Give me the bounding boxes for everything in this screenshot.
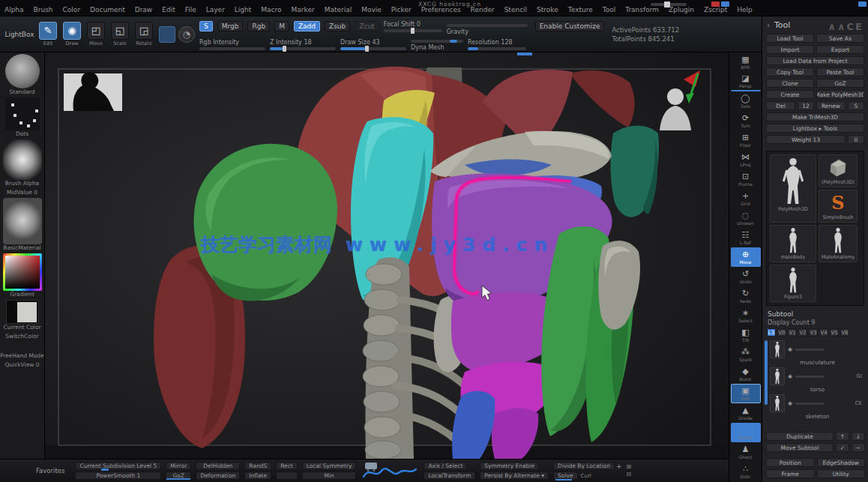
bottom-button[interactable]: Local Symmetry <box>302 462 357 470</box>
shelf-icon-button[interactable]: ⋈ LProj <box>731 150 761 169</box>
lod-button[interactable]: V0 <box>777 328 786 337</box>
lod-button[interactable]: V4 <box>819 328 828 337</box>
sculpt-mode-button[interactable]: Zcut <box>355 21 379 31</box>
lightbox-tools-button[interactable]: Lightbox ▸ Tools <box>766 124 864 133</box>
subtool-section-title[interactable]: Subtool <box>768 310 863 318</box>
shelf-icon-button[interactable]: + Grid <box>731 189 761 208</box>
swirl-icon[interactable]: ◔ <box>178 26 195 43</box>
stroke-chip[interactable]: S <box>199 21 213 31</box>
alpha-thumbnail[interactable] <box>3 139 42 180</box>
shelf-icon-button[interactable]: ◯ Solo <box>731 91 761 111</box>
create-button[interactable]: Create <box>766 90 814 99</box>
import-button[interactable]: Import <box>766 45 814 54</box>
brush-thumbnail[interactable] <box>5 54 40 88</box>
menu-item[interactable]: Macro <box>261 6 281 13</box>
subtool-item[interactable]: ◉ CE skeleton <box>770 394 865 420</box>
load-tool-button[interactable]: Load Tool <box>766 34 814 43</box>
switch-color-button[interactable]: SwitchColor <box>5 334 38 340</box>
bottom-button[interactable]: PowerSmooth 1 <box>75 472 161 480</box>
quickview-label[interactable]: QuickView 0 <box>4 362 39 368</box>
shelf-icon-button[interactable]: ♟ Ghost <box>731 442 761 462</box>
bottom-button[interactable]: Current Subdivision Level 5 <box>75 462 161 470</box>
resolution-slider[interactable]: Resolution 128 <box>468 39 526 50</box>
focal-shift-slider[interactable]: Focal Shift 0 <box>384 21 442 32</box>
menu-item[interactable]: Tool <box>603 6 615 13</box>
duplicate-button[interactable]: Duplicate <box>766 432 834 441</box>
menu-item[interactable]: Stroke <box>537 6 558 13</box>
bottom-button[interactable]: Solve <box>553 472 578 480</box>
bottom-button[interactable]: DelHidden <box>196 462 240 470</box>
bottom-button[interactable]: Rect <box>276 462 298 470</box>
subtool-thumbnail[interactable] <box>770 340 785 358</box>
menu-item[interactable]: Document <box>90 6 125 13</box>
enable-customize-button[interactable]: Enable Customize <box>535 21 605 31</box>
transform-button[interactable]: ◉ Draw <box>61 22 83 46</box>
shelf-icon-button[interactable]: ⊕ Move <box>731 247 761 267</box>
menu-item[interactable]: Material <box>325 6 352 13</box>
rgb-intensity-slider[interactable]: Rgb Intensity <box>199 39 265 50</box>
weight-slider[interactable]: Weight 13 <box>766 135 846 144</box>
paint-mode-button[interactable]: M <box>274 21 289 31</box>
transform-button[interactable]: ✎ Edit <box>37 22 59 46</box>
menu-item[interactable]: Alpha <box>4 6 24 13</box>
edgeshadow-button[interactable]: EdgeShadow <box>817 458 866 467</box>
subtool-item[interactable]: ◉ GI torso <box>770 367 865 393</box>
menu-item[interactable]: Zscript <box>704 6 727 13</box>
transform-button[interactable]: ◲ Rotate <box>133 22 155 46</box>
sculpt-mode-button[interactable]: Zadd <box>294 21 320 31</box>
favorites-label[interactable]: Favorites <box>36 467 64 475</box>
bottom-button[interactable]: LocalTransform <box>424 472 475 480</box>
bottom-button[interactable] <box>276 472 298 480</box>
corner-icon[interactable]: ⊞ <box>627 463 632 471</box>
menu-item[interactable]: Texture <box>568 6 593 13</box>
bottom-button[interactable]: Axis / Select <box>424 462 467 470</box>
lod-button[interactable]: V5 <box>830 328 839 337</box>
reference-thumbnail[interactable] <box>64 72 122 111</box>
tool-inventory-item[interactable]: S MaleAnatomy <box>819 225 858 262</box>
tool-inventory-item[interactable]: S SimpleBrush <box>819 190 858 223</box>
clone-button[interactable]: Clone <box>766 79 814 88</box>
material-thumbnail[interactable] <box>3 198 42 244</box>
shelf-icon-button[interactable]: ↺ Undo <box>731 267 761 286</box>
make-polymesh3d-button[interactable]: Make PolyMesh3D <box>816 90 864 99</box>
corner-icon[interactable]: ⊟ <box>627 471 632 478</box>
menu-item[interactable]: Layer <box>206 6 225 13</box>
menu-item[interactable]: Draw <box>135 6 153 13</box>
window-record-button[interactable] <box>711 1 720 7</box>
lightbox-button[interactable]: LightBox <box>3 31 36 38</box>
subtool-item[interactable]: ◉ musculature <box>770 340 865 366</box>
shelf-icon-button[interactable]: ⁂ Spark <box>731 345 761 364</box>
sculpt-mode-button[interactable]: Zsub <box>325 21 350 31</box>
visibility-eye-icon[interactable]: ◉ <box>788 400 792 406</box>
color-swatch[interactable] <box>6 300 39 324</box>
freehand-mode-label[interactable]: FreeHand Mode <box>0 353 43 359</box>
move-down-icon[interactable]: ↓ <box>852 432 865 441</box>
make-trimesh-button[interactable]: Make TriMesh3D <box>766 112 864 121</box>
visibility-eye-icon[interactable]: ◉ <box>788 373 792 379</box>
plus-icon[interactable]: + <box>616 463 622 470</box>
bottom-button[interactable]: Mirror <box>166 462 191 470</box>
position-button[interactable]: Position <box>766 458 815 467</box>
shelf-icon-button[interactable]: ▣ Edit <box>731 384 761 403</box>
menu-item[interactable]: Color <box>63 6 81 13</box>
shelf-icon-button[interactable]: ◧ Tilt <box>731 325 761 345</box>
load-data-project-button[interactable]: Load Data from Project <box>766 56 864 65</box>
visibility-eye-icon[interactable]: ◉ <box>788 346 792 352</box>
bottom-button[interactable]: GoZ <box>166 472 191 480</box>
titlebar-slider[interactable] <box>651 3 687 6</box>
curve-icon[interactable]: ~ <box>852 443 865 452</box>
bottom-button[interactable]: Deformation <box>196 472 240 480</box>
export-button[interactable]: Export <box>816 45 864 54</box>
renew-button[interactable]: Renew <box>816 101 846 110</box>
tool-inventory-item[interactable]: S Figure3 <box>770 265 816 302</box>
shelf-icon-button[interactable]: ∴ Dots <box>731 462 761 481</box>
lod-button[interactable]: V1 <box>788 328 797 337</box>
bottom-button[interactable]: Symmetry Enable <box>480 462 539 470</box>
shelf-icon-button[interactable]: ∗ Select <box>731 306 761 325</box>
utility-button[interactable]: Utility <box>817 469 866 478</box>
bottom-button[interactable]: Persist By Alternate ▾ <box>480 472 549 480</box>
menu-item[interactable]: Edit <box>162 6 175 13</box>
z-intensity-slider[interactable]: Z Intensity 18 <box>270 39 336 50</box>
draw-size-slider[interactable]: Draw Size 43 <box>340 39 406 50</box>
subtool-opacity-track[interactable] <box>795 376 824 378</box>
